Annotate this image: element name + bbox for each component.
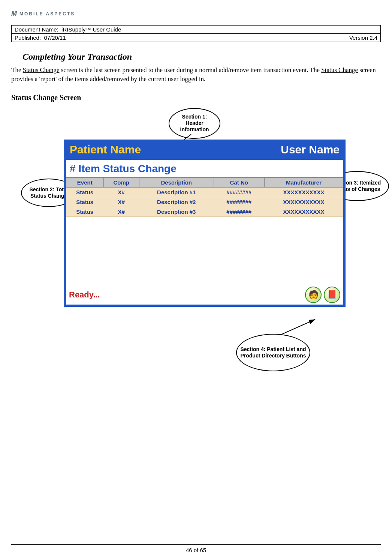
cell-event: Status — [66, 197, 104, 207]
figure-area: Section 1: Header Information Section 2:… — [11, 110, 381, 395]
table-empty-space — [66, 217, 343, 285]
table-header-row: Event Comp Description Cat No Manufactur… — [66, 177, 343, 187]
sub-heading: Status Change Screen — [11, 93, 381, 102]
callout-section-1: Section 1: Header Information — [169, 108, 220, 139]
cell-cat: ######## — [214, 187, 264, 197]
section-heading: Completing Your Transaction — [22, 52, 381, 62]
cell-comp: X# — [103, 187, 139, 197]
cell-manuf: XXXXXXXXXXX — [264, 207, 343, 216]
cell-cat: ######## — [214, 207, 264, 216]
para-pre: The — [11, 66, 23, 74]
para-mid: screen is the last screen presented to t… — [59, 66, 321, 74]
cell-desc: Description #2 — [139, 197, 214, 207]
cell-desc: Description #1 — [139, 187, 214, 197]
status-table: Event Comp Description Cat No Manufactur… — [66, 177, 343, 217]
cell-event: Status — [66, 187, 104, 197]
doc-version: Version 2.4 — [349, 35, 377, 41]
doc-published-value: 07/20/11 — [44, 35, 66, 41]
status-change-screen: Patient Name User Name # Item Status Cha… — [64, 140, 346, 307]
user-name: User Name — [281, 143, 340, 156]
page-number: 46 of 65 — [186, 547, 206, 553]
col-manufacturer: Manufacturer — [264, 177, 343, 187]
doc-name-value: iRISupply™ User Guide — [61, 26, 121, 33]
table-row: Status X# Description #2 ######## XXXXXX… — [66, 197, 343, 207]
patient-list-icon[interactable]: 🧑 — [305, 287, 322, 303]
ready-bar: Ready... 🧑 📕 — [66, 285, 343, 305]
table-row: Status X# Description #3 ######## XXXXXX… — [66, 207, 343, 216]
body-paragraph: The Status Change screen is the last scr… — [11, 66, 381, 84]
cell-comp: X# — [103, 207, 139, 216]
cell-event: Status — [66, 207, 104, 216]
screen-header: Patient Name User Name — [66, 142, 343, 160]
doc-published: Published: 07/20/11 — [15, 35, 66, 41]
product-directory-icon[interactable]: 📕 — [324, 287, 340, 303]
table-row: Status X# Description #1 ######## XXXXXX… — [66, 187, 343, 197]
cell-manuf: XXXXXXXXXXX — [264, 187, 343, 197]
cell-cat: ######## — [214, 197, 264, 207]
page-footer: 46 of 65 — [11, 544, 381, 553]
para-ul1: Status Change — [23, 66, 60, 74]
doc-published-label: Published: — [15, 35, 41, 41]
col-description: Description — [139, 177, 214, 187]
callout-section-4: Section 4: Patient List and Product Dire… — [236, 334, 310, 371]
cell-manuf: XXXXXXXXXXX — [264, 197, 343, 207]
col-event: Event — [66, 177, 104, 187]
item-status-change-label: # Item Status Change — [66, 160, 343, 177]
cell-comp: X# — [103, 197, 139, 207]
cell-desc: Description #3 — [139, 207, 214, 216]
document-meta-box: Document Name: iRISupply™ User Guide Pub… — [11, 25, 381, 42]
ready-label: Ready... — [69, 290, 100, 300]
logo: M MOBILE ASPECTS — [11, 10, 381, 18]
logo-mark: M — [11, 10, 16, 18]
para-ul2: Status Change — [321, 66, 358, 74]
svg-line-3 — [281, 320, 315, 335]
patient-name: Patient Name — [70, 143, 141, 156]
doc-name-label: Document Name: — [15, 26, 58, 33]
col-catno: Cat No — [214, 177, 264, 187]
doc-name: Document Name: iRISupply™ User Guide — [15, 26, 121, 33]
logo-word: MOBILE ASPECTS — [19, 11, 75, 17]
col-comp: Comp — [103, 177, 139, 187]
